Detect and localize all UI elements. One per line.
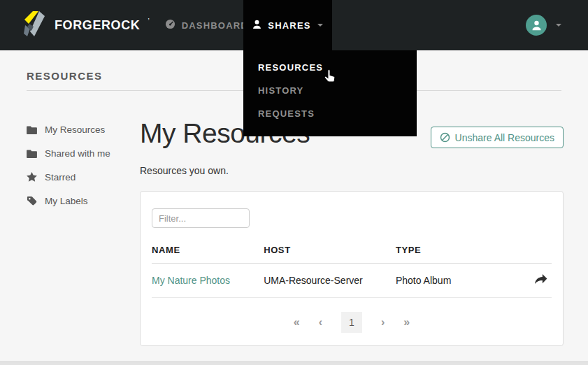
column-header-type: TYPE <box>396 237 508 264</box>
resource-type-cell: Photo Album <box>396 264 508 298</box>
footer-divider <box>0 362 588 365</box>
pagination-last-button[interactable]: » <box>403 317 410 328</box>
pagination-next-button[interactable]: › <box>381 317 385 328</box>
resource-host-cell: UMA-Resource-Server <box>264 264 396 298</box>
resources-panel: NAME HOST TYPE My Nature Photos UMA-Reso… <box>140 191 564 346</box>
page-subtitle: Resources you own. <box>140 165 564 176</box>
table-header-row: NAME HOST TYPE <box>152 237 552 264</box>
column-header-name: NAME <box>152 237 264 264</box>
brand-name: FORGEROCK <box>55 18 140 33</box>
navbar-user-area <box>526 15 588 36</box>
sidebar-item-my-resources[interactable]: My Resources <box>27 117 140 141</box>
unshare-all-resources-button[interactable]: Unshare All Resources <box>431 127 564 148</box>
column-header-action <box>508 237 552 264</box>
circle-slash-icon <box>440 132 450 143</box>
share-arrow-icon[interactable] <box>534 274 547 285</box>
person-icon <box>252 20 261 31</box>
nav-item-shares[interactable]: SHARES <box>243 0 332 50</box>
user-menu-chevron-down-icon[interactable] <box>556 24 561 27</box>
sidebar-item-label: My Resources <box>45 124 105 135</box>
menu-item-requests[interactable]: REQUESTS <box>243 102 417 125</box>
pagination-first-button[interactable]: « <box>294 317 300 328</box>
resource-action-cell <box>508 264 552 298</box>
nav-dashboard-label: DASHBOARD <box>182 20 248 31</box>
resources-table: NAME HOST TYPE My Nature Photos UMA-Reso… <box>152 237 552 298</box>
sidebar-item-label: My Labels <box>45 196 88 206</box>
sidebar: My Resources Shared with me Starred My L… <box>27 91 140 346</box>
star-icon <box>27 172 37 182</box>
menu-item-history[interactable]: HISTORY <box>243 79 417 102</box>
sidebar-item-shared-with-me[interactable]: Shared with me <box>27 141 140 165</box>
table-row: My Nature Photos UMA-Resource-Server Pho… <box>152 264 552 298</box>
pagination-prev-button[interactable]: ‹ <box>319 317 322 328</box>
person-icon <box>531 20 542 31</box>
pagination-current-page[interactable]: 1 <box>341 312 362 333</box>
brand[interactable]: FORGEROCK ’ <box>0 10 150 40</box>
column-header-host: HOST <box>264 237 396 264</box>
sidebar-item-label: Starred <box>45 172 76 182</box>
folder-icon <box>27 125 37 134</box>
folder-icon <box>27 149 37 158</box>
top-navbar: FORGEROCK ’ DASHBOARD SHARES <box>0 0 588 50</box>
chevron-down-icon <box>317 24 323 27</box>
nav-item-dashboard[interactable]: DASHBOARD <box>165 19 248 31</box>
unshare-button-label: Unshare All Resources <box>455 132 554 143</box>
trademark-tick: ’ <box>148 17 149 25</box>
gauge-icon <box>165 19 175 31</box>
sidebar-item-label: Shared with me <box>45 148 110 159</box>
shares-dropdown-menu: RESOURCES HISTORY REQUESTS <box>243 50 417 136</box>
resource-name-link[interactable]: My Nature Photos <box>152 275 230 286</box>
menu-item-resources[interactable]: RESOURCES <box>243 56 417 79</box>
avatar[interactable] <box>526 15 547 36</box>
sidebar-item-my-labels[interactable]: My Labels <box>27 189 140 213</box>
tag-icon <box>27 196 37 206</box>
sidebar-item-starred[interactable]: Starred <box>27 165 140 189</box>
forgerock-logo-icon <box>24 10 48 40</box>
pagination: « ‹ 1 › » <box>152 312 552 333</box>
nav-shares-label: SHARES <box>268 20 310 31</box>
filter-input[interactable] <box>152 208 250 228</box>
